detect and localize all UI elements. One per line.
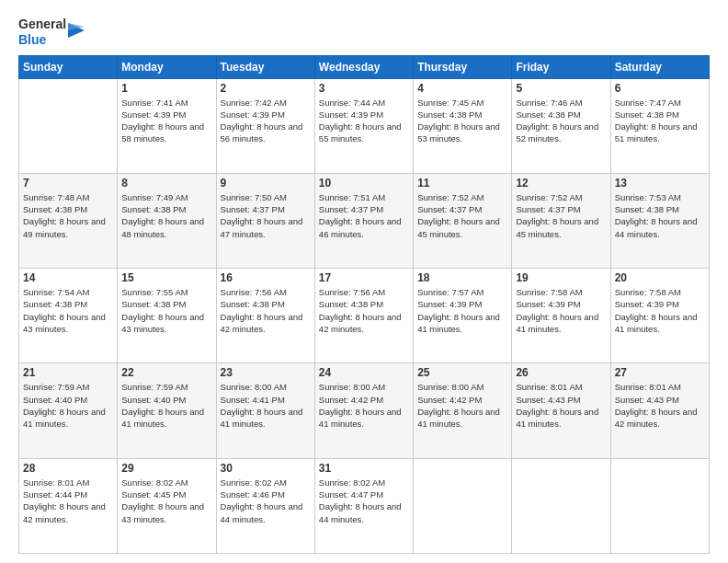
day-info: Sunrise: 7:58 AMSunset: 4:39 PMDaylight:… [615,286,705,335]
day-info: Sunrise: 7:54 AMSunset: 4:38 PMDaylight:… [23,286,113,335]
calendar-cell: 29 Sunrise: 8:02 AMSunset: 4:45 PMDaylig… [118,458,216,553]
calendar: SundayMondayTuesdayWednesdayThursdayFrid… [18,55,710,554]
calendar-cell: 2 Sunrise: 7:42 AMSunset: 4:39 PMDayligh… [216,78,314,173]
day-number: 10 [319,177,409,190]
calendar-cell: 5 Sunrise: 7:46 AMSunset: 4:38 PMDayligh… [512,78,610,173]
day-info: Sunrise: 7:51 AMSunset: 4:37 PMDaylight:… [319,191,409,240]
day-info: Sunrise: 7:56 AMSunset: 4:38 PMDaylight:… [221,286,311,335]
calendar-cell: 8 Sunrise: 7:49 AMSunset: 4:38 PMDayligh… [118,173,216,268]
day-number: 21 [23,366,113,379]
calendar-cell: 1 Sunrise: 7:41 AMSunset: 4:39 PMDayligh… [118,78,216,173]
day-number: 22 [121,366,211,379]
day-info: Sunrise: 8:02 AMSunset: 4:46 PMDaylight:… [221,477,311,525]
day-number: 9 [221,177,311,190]
calendar-cell [512,458,610,553]
calendar-cell: 20 Sunrise: 7:58 AMSunset: 4:39 PMDaylig… [610,269,709,363]
day-info: Sunrise: 8:01 AMSunset: 4:43 PMDaylight:… [615,381,705,430]
calendar-header-wednesday: Wednesday [314,55,413,78]
day-info: Sunrise: 7:45 AMSunset: 4:38 PMDaylight:… [417,97,507,145]
calendar-week-1: 1 Sunrise: 7:41 AMSunset: 4:39 PMDayligh… [19,78,710,173]
day-number: 26 [516,366,606,379]
day-number: 2 [221,82,311,95]
calendar-cell: 7 Sunrise: 7:48 AMSunset: 4:38 PMDayligh… [19,173,118,268]
day-number: 7 [23,177,113,190]
day-number: 16 [221,271,311,284]
calendar-cell: 17 Sunrise: 7:56 AMSunset: 4:38 PMDaylig… [314,269,413,363]
calendar-cell: 16 Sunrise: 7:56 AMSunset: 4:38 PMDaylig… [216,269,314,363]
calendar-cell [610,458,709,553]
day-number: 3 [319,82,409,95]
day-info: Sunrise: 7:47 AMSunset: 4:38 PMDaylight:… [615,97,705,145]
day-info: Sunrise: 8:01 AMSunset: 4:44 PMDaylight:… [23,477,113,525]
day-info: Sunrise: 8:00 AMSunset: 4:42 PMDaylight:… [417,381,507,430]
calendar-header-sunday: Sunday [19,55,118,78]
calendar-cell: 30 Sunrise: 8:02 AMSunset: 4:46 PMDaylig… [216,458,314,553]
calendar-cell: 23 Sunrise: 8:00 AMSunset: 4:41 PMDaylig… [216,363,314,458]
calendar-cell: 18 Sunrise: 7:57 AMSunset: 4:39 PMDaylig… [414,269,512,363]
calendar-week-3: 14 Sunrise: 7:54 AMSunset: 4:38 PMDaylig… [19,269,710,363]
page: General Blue SundayMondayTuesdayWednesda… [0,0,728,563]
calendar-cell [19,78,118,173]
day-number: 25 [417,366,507,379]
day-info: Sunrise: 7:53 AMSunset: 4:38 PMDaylight:… [615,191,705,240]
day-info: Sunrise: 7:55 AMSunset: 4:38 PMDaylight:… [121,286,211,335]
calendar-week-2: 7 Sunrise: 7:48 AMSunset: 4:38 PMDayligh… [19,173,710,268]
day-info: Sunrise: 8:01 AMSunset: 4:43 PMDaylight:… [516,381,606,430]
day-info: Sunrise: 7:58 AMSunset: 4:39 PMDaylight:… [516,286,606,335]
calendar-cell: 21 Sunrise: 7:59 AMSunset: 4:40 PMDaylig… [19,363,118,458]
logo-blue: Blue [18,32,66,48]
day-info: Sunrise: 7:59 AMSunset: 4:40 PMDaylight:… [23,381,113,430]
calendar-week-5: 28 Sunrise: 8:01 AMSunset: 4:44 PMDaylig… [19,458,710,553]
day-number: 18 [417,271,507,284]
calendar-header-tuesday: Tuesday [216,55,314,78]
day-info: Sunrise: 8:02 AMSunset: 4:47 PMDaylight:… [319,477,409,525]
logo-general: General [18,17,66,32]
calendar-cell: 9 Sunrise: 7:50 AMSunset: 4:37 PMDayligh… [216,173,314,268]
day-number: 15 [121,271,211,284]
day-info: Sunrise: 7:56 AMSunset: 4:38 PMDaylight:… [319,286,409,335]
day-number: 11 [417,177,507,190]
calendar-cell: 3 Sunrise: 7:44 AMSunset: 4:39 PMDayligh… [314,78,413,173]
day-info: Sunrise: 7:50 AMSunset: 4:37 PMDaylight:… [221,191,311,240]
day-info: Sunrise: 8:00 AMSunset: 4:42 PMDaylight:… [319,381,409,430]
day-number: 13 [615,177,705,190]
day-number: 1 [121,82,211,95]
day-number: 8 [121,177,211,190]
day-number: 31 [319,462,409,475]
day-number: 20 [615,271,705,284]
logo-triangle [68,17,85,43]
calendar-cell: 13 Sunrise: 7:53 AMSunset: 4:38 PMDaylig… [610,173,709,268]
day-number: 29 [121,462,211,475]
day-info: Sunrise: 7:49 AMSunset: 4:38 PMDaylight:… [121,191,211,240]
day-number: 17 [319,271,409,284]
calendar-header-saturday: Saturday [610,55,709,78]
calendar-cell: 28 Sunrise: 8:01 AMSunset: 4:44 PMDaylig… [19,458,118,553]
calendar-header-row: SundayMondayTuesdayWednesdayThursdayFrid… [19,55,710,78]
calendar-cell [414,458,512,553]
calendar-cell: 6 Sunrise: 7:47 AMSunset: 4:38 PMDayligh… [610,78,709,173]
day-info: Sunrise: 7:52 AMSunset: 4:37 PMDaylight:… [417,191,507,240]
day-info: Sunrise: 7:57 AMSunset: 4:39 PMDaylight:… [417,286,507,335]
day-number: 23 [221,366,311,379]
day-info: Sunrise: 7:48 AMSunset: 4:38 PMDaylight:… [23,191,113,240]
calendar-cell: 27 Sunrise: 8:01 AMSunset: 4:43 PMDaylig… [610,363,709,458]
calendar-header-thursday: Thursday [414,55,512,78]
calendar-header-friday: Friday [512,55,610,78]
day-number: 4 [417,82,507,95]
day-number: 24 [319,366,409,379]
day-info: Sunrise: 7:59 AMSunset: 4:40 PMDaylight:… [121,381,211,430]
day-number: 14 [23,271,113,284]
calendar-cell: 24 Sunrise: 8:00 AMSunset: 4:42 PMDaylig… [314,363,413,458]
logo: General Blue [18,17,85,48]
calendar-cell: 31 Sunrise: 8:02 AMSunset: 4:47 PMDaylig… [314,458,413,553]
calendar-cell: 12 Sunrise: 7:52 AMSunset: 4:37 PMDaylig… [512,173,610,268]
calendar-cell: 10 Sunrise: 7:51 AMSunset: 4:37 PMDaylig… [314,173,413,268]
calendar-header-monday: Monday [118,55,216,78]
day-info: Sunrise: 7:42 AMSunset: 4:39 PMDaylight:… [221,97,311,145]
day-number: 27 [615,366,705,379]
day-info: Sunrise: 8:00 AMSunset: 4:41 PMDaylight:… [221,381,311,430]
calendar-cell: 15 Sunrise: 7:55 AMSunset: 4:38 PMDaylig… [118,269,216,363]
day-info: Sunrise: 7:44 AMSunset: 4:39 PMDaylight:… [319,97,409,145]
calendar-cell: 14 Sunrise: 7:54 AMSunset: 4:38 PMDaylig… [19,269,118,363]
calendar-cell: 26 Sunrise: 8:01 AMSunset: 4:43 PMDaylig… [512,363,610,458]
